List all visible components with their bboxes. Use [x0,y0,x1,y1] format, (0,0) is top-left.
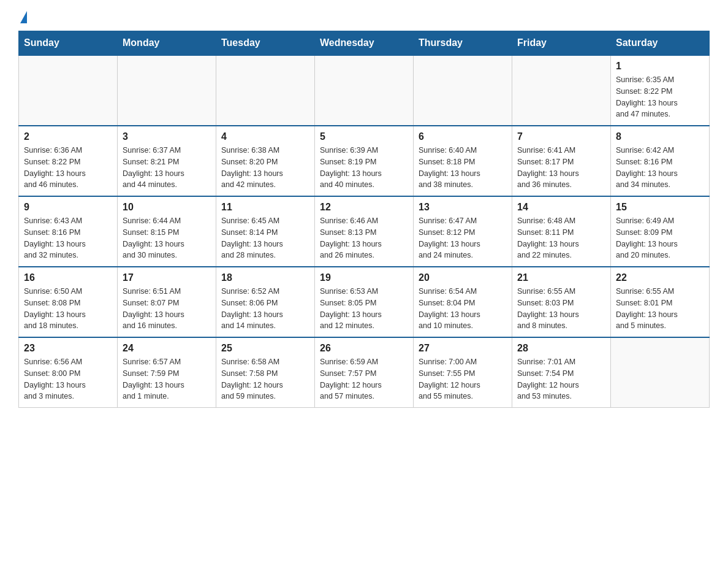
logo-triangle-icon [20,11,27,23]
day-info: Sunrise: 6:54 AM Sunset: 8:04 PM Dayligh… [419,286,507,332]
day-info: Sunrise: 6:57 AM Sunset: 7:59 PM Dayligh… [123,356,211,402]
day-number: 21 [517,272,605,283]
day-number: 25 [221,343,309,354]
day-number: 19 [320,272,408,283]
day-number: 9 [24,202,112,213]
day-info: Sunrise: 7:01 AM Sunset: 7:54 PM Dayligh… [517,356,605,402]
calendar-cell: 26Sunrise: 6:59 AM Sunset: 7:57 PM Dayli… [315,337,414,408]
day-info: Sunrise: 6:43 AM Sunset: 8:16 PM Dayligh… [24,215,112,261]
day-info: Sunrise: 6:40 AM Sunset: 8:18 PM Dayligh… [419,145,507,191]
calendar-table: SundayMondayTuesdayWednesdayThursdayFrid… [18,31,710,408]
day-number: 6 [419,131,507,142]
calendar-cell: 13Sunrise: 6:47 AM Sunset: 8:12 PM Dayli… [414,196,512,267]
day-info: Sunrise: 6:45 AM Sunset: 8:14 PM Dayligh… [221,215,309,261]
day-info: Sunrise: 6:44 AM Sunset: 8:15 PM Dayligh… [123,215,211,261]
calendar-cell [611,337,710,408]
day-info: Sunrise: 6:35 AM Sunset: 8:22 PM Dayligh… [616,74,704,120]
calendar-cell: 27Sunrise: 7:00 AM Sunset: 7:55 PM Dayli… [414,337,512,408]
day-number: 13 [419,202,507,213]
calendar-cell: 20Sunrise: 6:54 AM Sunset: 8:04 PM Dayli… [414,267,512,337]
weekday-header-tuesday: Tuesday [216,31,315,56]
calendar-cell: 3Sunrise: 6:37 AM Sunset: 8:21 PM Daylig… [118,126,216,196]
day-info: Sunrise: 6:42 AM Sunset: 8:16 PM Dayligh… [616,145,704,191]
calendar-cell: 5Sunrise: 6:39 AM Sunset: 8:19 PM Daylig… [315,126,414,196]
day-info: Sunrise: 6:50 AM Sunset: 8:08 PM Dayligh… [24,286,112,332]
day-number: 22 [616,272,704,283]
day-info: Sunrise: 6:59 AM Sunset: 7:57 PM Dayligh… [320,356,408,402]
calendar-cell: 17Sunrise: 6:51 AM Sunset: 8:07 PM Dayli… [118,267,216,337]
calendar-cell: 15Sunrise: 6:49 AM Sunset: 8:09 PM Dayli… [611,196,710,267]
day-number: 23 [24,343,112,354]
calendar-header-row: SundayMondayTuesdayWednesdayThursdayFrid… [19,31,710,56]
calendar-cell: 28Sunrise: 7:01 AM Sunset: 7:54 PM Dayli… [512,337,611,408]
day-number: 14 [517,202,605,213]
day-info: Sunrise: 6:38 AM Sunset: 8:20 PM Dayligh… [221,145,309,191]
day-number: 10 [123,202,211,213]
calendar-week-2: 2Sunrise: 6:36 AM Sunset: 8:22 PM Daylig… [19,126,710,196]
calendar-cell: 11Sunrise: 6:45 AM Sunset: 8:14 PM Dayli… [216,196,315,267]
weekday-header-sunday: Sunday [19,31,118,56]
calendar-cell: 4Sunrise: 6:38 AM Sunset: 8:20 PM Daylig… [216,126,315,196]
day-number: 7 [517,131,605,142]
calendar-cell: 24Sunrise: 6:57 AM Sunset: 7:59 PM Dayli… [118,337,216,408]
day-info: Sunrise: 6:49 AM Sunset: 8:09 PM Dayligh… [616,215,704,261]
logo [18,12,27,25]
day-info: Sunrise: 7:00 AM Sunset: 7:55 PM Dayligh… [419,356,507,402]
day-number: 17 [123,272,211,283]
calendar-cell [512,55,611,126]
day-number: 3 [123,131,211,142]
day-number: 28 [517,343,605,354]
calendar-cell: 6Sunrise: 6:40 AM Sunset: 8:18 PM Daylig… [414,126,512,196]
calendar-cell: 9Sunrise: 6:43 AM Sunset: 8:16 PM Daylig… [19,196,118,267]
calendar-cell [216,55,315,126]
page-header [18,12,710,25]
day-number: 4 [221,131,309,142]
day-info: Sunrise: 6:55 AM Sunset: 8:01 PM Dayligh… [616,286,704,332]
day-info: Sunrise: 6:41 AM Sunset: 8:17 PM Dayligh… [517,145,605,191]
calendar-cell: 7Sunrise: 6:41 AM Sunset: 8:17 PM Daylig… [512,126,611,196]
calendar-cell [414,55,512,126]
day-info: Sunrise: 6:56 AM Sunset: 8:00 PM Dayligh… [24,356,112,402]
weekday-header-monday: Monday [118,31,216,56]
calendar-cell: 2Sunrise: 6:36 AM Sunset: 8:22 PM Daylig… [19,126,118,196]
day-info: Sunrise: 6:52 AM Sunset: 8:06 PM Dayligh… [221,286,309,332]
day-number: 8 [616,131,704,142]
day-number: 12 [320,202,408,213]
weekday-header-saturday: Saturday [611,31,710,56]
day-number: 24 [123,343,211,354]
weekday-header-friday: Friday [512,31,611,56]
calendar-cell: 16Sunrise: 6:50 AM Sunset: 8:08 PM Dayli… [19,267,118,337]
day-info: Sunrise: 6:48 AM Sunset: 8:11 PM Dayligh… [517,215,605,261]
calendar-cell: 22Sunrise: 6:55 AM Sunset: 8:01 PM Dayli… [611,267,710,337]
calendar-cell [19,55,118,126]
calendar-cell: 8Sunrise: 6:42 AM Sunset: 8:16 PM Daylig… [611,126,710,196]
calendar-cell: 21Sunrise: 6:55 AM Sunset: 8:03 PM Dayli… [512,267,611,337]
calendar-cell: 10Sunrise: 6:44 AM Sunset: 8:15 PM Dayli… [118,196,216,267]
weekday-header-thursday: Thursday [414,31,512,56]
day-info: Sunrise: 6:53 AM Sunset: 8:05 PM Dayligh… [320,286,408,332]
day-number: 20 [419,272,507,283]
calendar-cell: 1Sunrise: 6:35 AM Sunset: 8:22 PM Daylig… [611,55,710,126]
calendar-cell: 25Sunrise: 6:58 AM Sunset: 7:58 PM Dayli… [216,337,315,408]
day-number: 15 [616,202,704,213]
calendar-week-4: 16Sunrise: 6:50 AM Sunset: 8:08 PM Dayli… [19,267,710,337]
calendar-week-3: 9Sunrise: 6:43 AM Sunset: 8:16 PM Daylig… [19,196,710,267]
day-info: Sunrise: 6:55 AM Sunset: 8:03 PM Dayligh… [517,286,605,332]
weekday-header-wednesday: Wednesday [315,31,414,56]
calendar-cell [315,55,414,126]
day-number: 2 [24,131,112,142]
day-info: Sunrise: 6:37 AM Sunset: 8:21 PM Dayligh… [123,145,211,191]
day-number: 5 [320,131,408,142]
calendar-cell: 18Sunrise: 6:52 AM Sunset: 8:06 PM Dayli… [216,267,315,337]
day-number: 18 [221,272,309,283]
calendar-week-5: 23Sunrise: 6:56 AM Sunset: 8:00 PM Dayli… [19,337,710,408]
calendar-cell [118,55,216,126]
day-info: Sunrise: 6:39 AM Sunset: 8:19 PM Dayligh… [320,145,408,191]
calendar-week-1: 1Sunrise: 6:35 AM Sunset: 8:22 PM Daylig… [19,55,710,126]
day-number: 16 [24,272,112,283]
day-info: Sunrise: 6:58 AM Sunset: 7:58 PM Dayligh… [221,356,309,402]
calendar-cell: 12Sunrise: 6:46 AM Sunset: 8:13 PM Dayli… [315,196,414,267]
day-number: 27 [419,343,507,354]
day-number: 26 [320,343,408,354]
day-number: 11 [221,202,309,213]
